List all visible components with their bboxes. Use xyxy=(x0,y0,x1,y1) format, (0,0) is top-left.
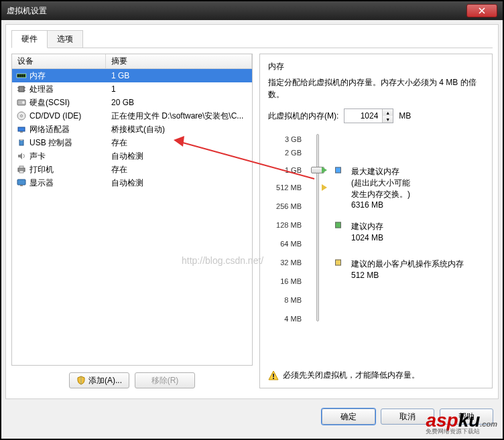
svg-rect-20 xyxy=(19,171,23,173)
row-summary: 正在使用文件 D:\software\安装包\C... xyxy=(106,111,252,122)
memory-input[interactable] xyxy=(344,109,382,123)
svg-rect-23 xyxy=(273,374,274,377)
printer-icon xyxy=(16,165,27,174)
titlebar: 虚拟机设置 xyxy=(1,1,503,20)
note-max: 最大建议内存 (超出此大小可能 发生内存交换。) 6316 MB xyxy=(351,166,410,211)
table-header: 设备 摘要 xyxy=(12,54,252,69)
row-label: 打印机 xyxy=(29,164,54,175)
tab-hardware[interactable]: 硬件 xyxy=(11,30,48,48)
memory-slider-track[interactable] xyxy=(316,134,319,321)
marker-max-tri xyxy=(322,167,327,173)
remove-button-label: 移除(R) xyxy=(151,375,179,386)
warning-icon xyxy=(268,370,279,381)
sound-icon xyxy=(16,151,27,161)
memory-icon xyxy=(16,71,27,80)
row-summary: 存在 xyxy=(106,164,252,175)
help-button[interactable]: 帮助 xyxy=(440,409,493,425)
svg-rect-14 xyxy=(18,127,25,131)
svg-rect-2 xyxy=(19,74,21,77)
warning-text: 必须先关闭虚拟机，才能降低内存量。 xyxy=(283,370,420,381)
tabs: 硬件 选项 xyxy=(11,30,493,48)
svg-rect-5 xyxy=(19,86,24,92)
svg-rect-15 xyxy=(20,131,23,133)
remove-button[interactable]: 移除(R) xyxy=(135,372,195,388)
col-device[interactable]: 设备 xyxy=(12,54,106,68)
add-button-label: 添加(A)... xyxy=(88,375,122,386)
disk-icon xyxy=(16,98,27,107)
tab-options[interactable]: 选项 xyxy=(47,30,83,48)
panel-desc: 指定分配给此虚拟机的内存量。内存大小必须为 4 MB 的倍数。 xyxy=(268,76,484,100)
table-row[interactable]: 声卡 自动检测 xyxy=(12,149,252,163)
note-min: 建议的最小客户机操作系统内存 512 MB xyxy=(351,259,464,281)
cpu-icon xyxy=(16,84,27,94)
shield-icon xyxy=(76,376,86,385)
table-row[interactable]: 硬盘(SCSI) 20 GB xyxy=(12,96,252,109)
marker-rec-tri xyxy=(322,184,327,191)
table-row[interactable]: 网络适配器 桥接模式(自动) xyxy=(12,123,252,136)
row-summary: 自动检测 xyxy=(106,177,252,189)
svg-rect-19 xyxy=(19,166,23,168)
row-label: 显示器 xyxy=(29,177,54,189)
row-label: 网络适配器 xyxy=(29,124,70,135)
square-yellow xyxy=(335,260,341,266)
cancel-button[interactable]: 取消 xyxy=(381,409,434,425)
row-summary: 1 GB xyxy=(106,71,252,80)
panel-title: 内存 xyxy=(268,61,484,72)
svg-rect-16 xyxy=(19,140,23,145)
ok-button[interactable]: 确定 xyxy=(322,409,375,425)
row-label: USB 控制器 xyxy=(29,137,72,149)
table-row[interactable]: 内存 1 GB xyxy=(12,69,252,82)
memory-label: 此虚拟机的内存(M): xyxy=(268,111,338,122)
memory-unit: MB xyxy=(399,111,411,121)
usb-icon xyxy=(16,138,27,147)
square-green xyxy=(335,222,341,228)
row-summary: 存在 xyxy=(106,137,252,149)
svg-rect-24 xyxy=(273,378,274,379)
spin-up[interactable]: ▲ xyxy=(383,109,393,116)
spin-down[interactable]: ▼ xyxy=(383,116,393,123)
display-icon xyxy=(16,178,27,188)
row-label: CD/DVD (IDE) xyxy=(29,111,81,121)
add-button[interactable]: 添加(A)... xyxy=(69,372,129,388)
svg-rect-17 xyxy=(20,139,23,141)
row-label: 处理器 xyxy=(29,84,54,95)
warning-row: 必须先关闭虚拟机，才能降低内存量。 xyxy=(268,364,484,381)
row-label: 硬盘(SCSI) xyxy=(29,97,70,108)
svg-rect-4 xyxy=(23,74,25,77)
table-row[interactable]: 打印机 存在 xyxy=(12,163,252,176)
close-button[interactable] xyxy=(466,4,497,17)
table-row[interactable]: 处理器 1 xyxy=(12,82,252,96)
row-label: 内存 xyxy=(29,70,46,82)
device-table: 设备 摘要 内存 1 GB 处理器 1 硬盘(SCSI) 20 GB xyxy=(11,54,253,366)
table-row[interactable]: CD/DVD (IDE) 正在使用文件 D:\software\安装包\C... xyxy=(12,109,252,123)
svg-rect-21 xyxy=(17,179,25,185)
square-blue xyxy=(335,167,341,173)
row-summary: 20 GB xyxy=(106,98,252,107)
close-icon xyxy=(479,7,485,14)
table-row[interactable]: USB 控制器 存在 xyxy=(12,136,252,149)
row-label: 声卡 xyxy=(29,151,46,162)
svg-point-13 xyxy=(21,115,23,117)
table-row[interactable]: 显示器 自动检测 xyxy=(12,176,252,190)
svg-rect-3 xyxy=(21,74,23,77)
note-rec: 建议内存 1024 MB xyxy=(351,221,383,244)
row-summary: 自动检测 xyxy=(106,151,252,162)
svg-rect-22 xyxy=(20,185,23,186)
row-summary: 1 xyxy=(106,84,252,94)
ticks: 3 GB 2 GB 1 GB 512 MB 256 MB 128 MB 64 M… xyxy=(268,134,302,364)
memory-spinbox[interactable]: ▲ ▼ xyxy=(344,108,393,123)
row-summary: 桥接模式(自动) xyxy=(106,124,252,135)
col-summary[interactable]: 摘要 xyxy=(106,54,252,68)
network-icon xyxy=(16,125,27,134)
cd-icon xyxy=(16,111,27,121)
window-title: 虚拟机设置 xyxy=(7,5,47,17)
svg-rect-1 xyxy=(17,74,19,77)
svg-point-11 xyxy=(22,101,25,104)
